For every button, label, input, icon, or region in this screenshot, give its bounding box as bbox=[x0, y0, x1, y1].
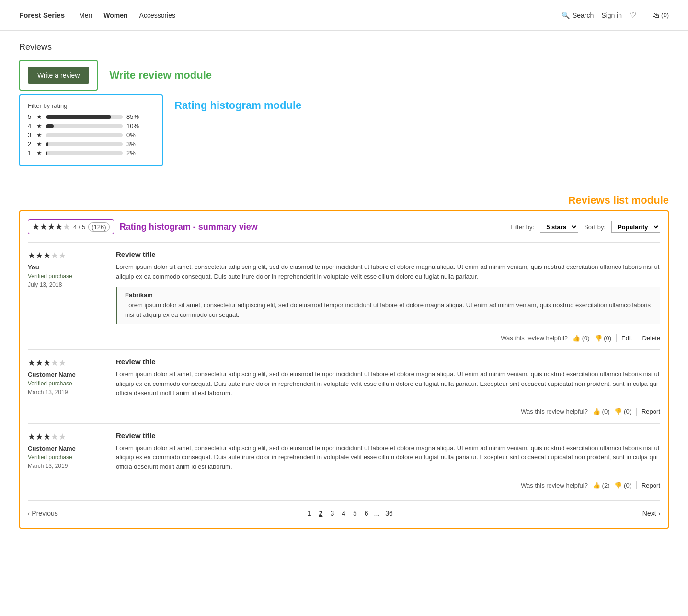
page-2[interactable]: 2 bbox=[317, 509, 325, 518]
page-4[interactable]: 4 bbox=[340, 509, 347, 518]
hist-num-4: 4 bbox=[28, 122, 33, 129]
delete-button-1[interactable]: Delete bbox=[642, 335, 660, 342]
thumbs-up-2[interactable]: 👍 (0) bbox=[593, 408, 610, 415]
nav-divider bbox=[644, 10, 644, 21]
next-label: Next bbox=[642, 510, 656, 517]
review-text-3: Lorem ipsum dolor sit amet, consectetur … bbox=[116, 443, 660, 472]
hist-bar-bg-1 bbox=[46, 151, 123, 155]
report-button-3[interactable]: Report bbox=[642, 482, 660, 489]
hist-bar-fill-5 bbox=[46, 115, 111, 119]
review-meta-3: ★★★★★ Customer Name Verified purchase Ma… bbox=[28, 431, 104, 489]
main-content: Reviews Write a review Write review modu… bbox=[0, 31, 688, 540]
divider-3 bbox=[636, 408, 637, 416]
summary-score: 4 / 5 bbox=[73, 223, 85, 231]
thumbs-down-2[interactable]: 👎 (0) bbox=[614, 408, 631, 415]
summary-stars: ★★★★★ bbox=[32, 221, 70, 232]
summary-left: ★★★★★ 4 / 5 (126) Rating histogram - sum… bbox=[28, 219, 258, 234]
report-button-2[interactable]: Report bbox=[642, 408, 660, 415]
page-1[interactable]: 1 bbox=[306, 509, 313, 518]
review-body-2: Review title Lorem ipsum dolor sit amet,… bbox=[116, 358, 660, 416]
pagination: ‹ Previous 1 2 3 4 5 6 ... 36 Next › bbox=[28, 500, 660, 520]
hist-pct-1: 2% bbox=[126, 150, 143, 157]
cart-count: (0) bbox=[661, 12, 669, 19]
review-title-2: Review title bbox=[116, 358, 660, 366]
nav-link-men[interactable]: Men bbox=[79, 12, 92, 19]
nav-link-accessories[interactable]: Accessories bbox=[139, 12, 175, 19]
nav-link-women[interactable]: Women bbox=[103, 12, 127, 19]
brand-logo[interactable]: Forest Series bbox=[19, 11, 65, 19]
page-6[interactable]: 6 bbox=[363, 509, 370, 518]
verified-2: Verified purchase bbox=[28, 380, 104, 387]
summary-count: (126) bbox=[88, 222, 109, 232]
helpful-label-2: Was this review helpful? bbox=[521, 408, 588, 415]
vendor-name-1: Fabrikam bbox=[125, 291, 653, 299]
thumbs-down-3[interactable]: 👎 (0) bbox=[614, 482, 631, 489]
cart-icon: 🛍 bbox=[652, 11, 659, 19]
page-ellipsis: ... bbox=[374, 510, 380, 517]
signin-link[interactable]: Sign in bbox=[601, 12, 622, 19]
write-review-button[interactable]: Write a review bbox=[28, 67, 89, 84]
edit-button-1[interactable]: Edit bbox=[621, 335, 632, 342]
hist-bar-fill-1 bbox=[46, 151, 47, 155]
histogram-row-2: 2 ★ 3% bbox=[28, 140, 154, 148]
prev-button[interactable]: ‹ Previous bbox=[28, 510, 58, 517]
helpful-label-3: Was this review helpful? bbox=[521, 482, 588, 489]
review-meta-2: ★★★★★ Customer Name Verified purchase Ma… bbox=[28, 358, 104, 416]
sort-by-label: Sort by: bbox=[584, 223, 606, 231]
review-meta-1: ★★★★★ You Verified purchase July 13, 201… bbox=[28, 250, 104, 342]
helpful-row-2: Was this review helpful? 👍 (0) 👎 (0) Rep… bbox=[116, 404, 660, 416]
thumbs-down-1[interactable]: 👎 (0) bbox=[595, 335, 612, 342]
summary-label: Rating histogram - summary view bbox=[120, 222, 258, 232]
review-body-3: Review title Lorem ipsum dolor sit amet,… bbox=[116, 431, 660, 489]
filter-by-select[interactable]: 5 stars bbox=[540, 221, 578, 233]
cart-button[interactable]: 🛍 (0) bbox=[652, 11, 669, 19]
hist-num-3: 3 bbox=[28, 131, 33, 139]
hist-pct-2: 3% bbox=[126, 140, 143, 148]
write-review-module-label: Write review module bbox=[109, 69, 212, 81]
histogram-module-label: Rating histogram module bbox=[174, 99, 301, 112]
thumbs-up-1[interactable]: 👍 (0) bbox=[573, 335, 590, 342]
review-item-3: ★★★★★ Customer Name Verified purchase Ma… bbox=[28, 423, 660, 497]
filter-by-label: Filter by: bbox=[510, 223, 534, 231]
histogram-row-5: 5 ★ 85% bbox=[28, 113, 154, 120]
page-3[interactable]: 3 bbox=[328, 509, 336, 518]
page-last[interactable]: 36 bbox=[383, 509, 395, 518]
nav-links: Men Women Accessories bbox=[79, 12, 562, 19]
hist-num-1: 1 bbox=[28, 150, 33, 157]
hist-bar-fill-4 bbox=[46, 124, 54, 128]
divider-2 bbox=[637, 334, 637, 342]
chevron-left-icon: ‹ bbox=[28, 510, 30, 517]
review-item-2: ★★★★★ Customer Name Verified purchase Ma… bbox=[28, 349, 660, 423]
wishlist-icon[interactable]: ♡ bbox=[630, 11, 636, 20]
helpful-row-1: Was this review helpful? 👍 (0) 👎 (0) Edi… bbox=[116, 330, 660, 342]
histogram-row-4: 4 ★ 10% bbox=[28, 122, 154, 129]
page-title: Reviews bbox=[19, 42, 669, 52]
hist-star-3: ★ bbox=[36, 131, 42, 139]
write-review-module: Write a review bbox=[19, 60, 98, 91]
hist-bar-bg-4 bbox=[46, 124, 123, 128]
navbar: Forest Series Men Women Accessories 🔍 Se… bbox=[0, 0, 688, 31]
hist-bar-fill-2 bbox=[46, 142, 48, 146]
reviewer-name-2: Customer Name bbox=[28, 371, 104, 378]
hist-star-4: ★ bbox=[36, 122, 42, 129]
reviews-list-module: ★★★★★ 4 / 5 (126) Rating histogram - sum… bbox=[19, 210, 669, 529]
thumbs-up-3[interactable]: 👍 (2) bbox=[593, 482, 610, 489]
filter-label: Filter by rating bbox=[28, 102, 154, 109]
sort-by-select[interactable]: Popularity bbox=[611, 221, 660, 233]
histogram-module: Filter by rating 5 ★ 85% 4 ★ bbox=[19, 94, 163, 166]
review-title-1: Review title bbox=[116, 250, 660, 258]
helpful-label-1: Was this review helpful? bbox=[501, 335, 568, 342]
hist-num-5: 5 bbox=[28, 113, 33, 120]
nav-right: 🔍 Search Sign in ♡ 🛍 (0) bbox=[562, 10, 669, 21]
divider-4 bbox=[636, 481, 637, 489]
review-stars-2: ★★★★★ bbox=[28, 358, 104, 368]
next-button[interactable]: Next › bbox=[642, 510, 660, 517]
search-label: Search bbox=[573, 12, 594, 19]
review-stars-1: ★★★★★ bbox=[28, 250, 104, 261]
page-5[interactable]: 5 bbox=[351, 509, 359, 518]
reviews-list-module-label: Reviews list module bbox=[568, 194, 669, 207]
search-button[interactable]: 🔍 Search bbox=[562, 12, 594, 19]
review-text-2: Lorem ipsum dolor sit amet, consectetur … bbox=[116, 370, 660, 398]
hist-num-2: 2 bbox=[28, 140, 33, 148]
search-icon: 🔍 bbox=[562, 12, 570, 19]
